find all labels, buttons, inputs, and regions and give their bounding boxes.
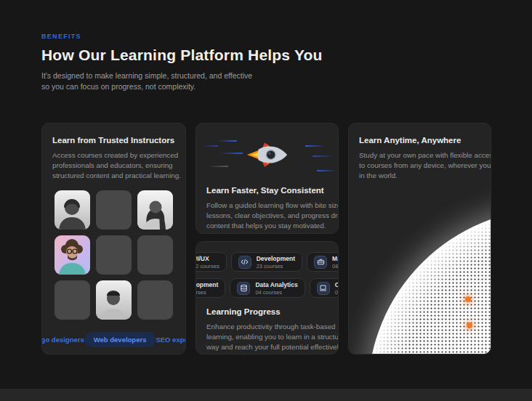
globe-location-marker bbox=[465, 296, 471, 302]
speed-line bbox=[218, 140, 237, 142]
card-description: Access courses created by experienced pr… bbox=[52, 150, 175, 181]
body-line: structured content and practical learnin… bbox=[52, 171, 175, 181]
code-icon bbox=[238, 256, 251, 269]
chip-count: 06 courses bbox=[196, 289, 218, 296]
rocket-illustration bbox=[196, 123, 338, 186]
tag-seo-experts[interactable]: SEO experts bbox=[156, 336, 186, 344]
tag-web-developers[interactable]: Web developers bbox=[84, 332, 156, 347]
body-line: professionals and educators, ensuring bbox=[52, 161, 175, 171]
chip-count: 12 courses bbox=[196, 263, 219, 270]
chip-cyber-security[interactable]: Cyber security 03 courses bbox=[310, 278, 339, 298]
page-subtitle: It's designed to make learning simple, s… bbox=[41, 70, 448, 92]
avatar-empty-tile bbox=[96, 235, 132, 275]
chip-label: UI/UX bbox=[196, 255, 219, 262]
dotted-globe-illustration bbox=[368, 208, 491, 355]
benefit-cards-row: Learn from Trusted Instructors Access co… bbox=[41, 123, 491, 355]
avatar-empty-tile bbox=[137, 235, 173, 275]
card-description: Study at your own pace with flexible acc… bbox=[359, 150, 480, 181]
card-description: Follow a guided learning flow with bite … bbox=[206, 200, 328, 231]
middle-cards-column: Learn Faster, Stay Consistent Follow a g… bbox=[196, 123, 339, 355]
chip-count: 08 courses bbox=[332, 263, 339, 270]
body-line: Enhance productivity through task-based bbox=[206, 322, 328, 332]
speed-line bbox=[305, 145, 326, 147]
speed-line bbox=[202, 145, 218, 147]
chip-label: Marketing bbox=[332, 255, 339, 262]
tag-logo-designers[interactable]: Logo designers bbox=[41, 336, 84, 344]
card-learn-anywhere: Learn Anytime, Anywhere Study at your ow… bbox=[348, 123, 491, 355]
eyebrow-label: BENEFITS bbox=[41, 33, 448, 40]
chip-label: Development bbox=[257, 255, 295, 262]
instructor-tags-row: Logo designers Web developers SEO expert… bbox=[41, 332, 186, 347]
card-title: Learning Progress bbox=[206, 307, 328, 316]
avatar-man-with-cap bbox=[55, 190, 90, 230]
instructor-avatar-grid bbox=[55, 190, 173, 320]
speed-line bbox=[317, 170, 336, 171]
body-line: to courses from any device, wherever you… bbox=[359, 161, 480, 171]
chip-marketing[interactable]: Marketing 08 courses bbox=[307, 252, 339, 272]
chip-count: 04 courses bbox=[255, 289, 297, 296]
rocket-icon bbox=[246, 140, 289, 169]
chip-count: 03 courses bbox=[335, 289, 339, 296]
footer-strip bbox=[0, 389, 532, 401]
avatar-empty-tile bbox=[55, 280, 90, 320]
globe-location-marker bbox=[467, 323, 472, 328]
speed-line bbox=[221, 153, 243, 154]
briefcase-icon bbox=[314, 256, 327, 269]
card-trusted-instructors: Learn from Trusted Instructors Access co… bbox=[41, 123, 186, 355]
chip-development[interactable]: Development 23 courses bbox=[231, 252, 302, 272]
avatar-empty-tile bbox=[96, 190, 132, 230]
card-learning-progress: UI/UX 12 courses Development 23 courses bbox=[196, 241, 339, 355]
card-title: Learn from Trusted Instructors bbox=[52, 136, 175, 145]
database-icon bbox=[237, 282, 250, 295]
card-title: Learn Anytime, Anywhere bbox=[359, 136, 480, 145]
chip-count: 23 courses bbox=[257, 263, 295, 270]
chip-label: Cyber security bbox=[335, 281, 339, 288]
laptop-icon bbox=[317, 282, 330, 295]
body-line: in the world. bbox=[359, 171, 480, 181]
card-title: Learn Faster, Stay Consistent bbox=[206, 186, 328, 195]
avatar-woman bbox=[137, 190, 173, 230]
avatar-curly-hair-man bbox=[55, 235, 90, 275]
body-line: way and reach your full potential effect… bbox=[206, 342, 328, 352]
subtitle-line: so you can focus on progress, not comple… bbox=[41, 81, 448, 92]
body-line: Follow a guided learning flow with bite … bbox=[206, 200, 328, 211]
body-line: Access courses created by experienced bbox=[52, 150, 175, 161]
card-description: Enhance productivity through task-based … bbox=[206, 322, 328, 352]
chip-development-2[interactable]: Development 06 courses bbox=[196, 278, 225, 298]
chip-uiux[interactable]: UI/UX 12 courses bbox=[196, 252, 227, 272]
category-chip-row: UI/UX 12 courses Development 23 courses bbox=[196, 252, 338, 272]
avatar-empty-tile bbox=[137, 280, 173, 320]
avatar-young-man bbox=[96, 280, 132, 320]
body-line: content that helps you stay motivated. bbox=[206, 221, 328, 231]
card-learn-faster: Learn Faster, Stay Consistent Follow a g… bbox=[196, 123, 339, 234]
page-title: How Our Learning Platform Helps You bbox=[41, 46, 448, 64]
chip-label: Data Analytics bbox=[255, 281, 297, 288]
speed-line bbox=[313, 155, 334, 157]
subtitle-line: It's designed to make learning simple, s… bbox=[41, 70, 448, 81]
body-line: learning, enabling you to learn in a str… bbox=[206, 332, 328, 342]
section-header: BENEFITS How Our Learning Platform Helps… bbox=[41, 33, 448, 92]
speed-line bbox=[208, 166, 228, 167]
body-line: Study at your own pace with flexible acc… bbox=[359, 150, 480, 161]
chip-data-analytics[interactable]: Data Analytics 04 courses bbox=[230, 278, 305, 298]
category-chip-row: Development 06 courses Data Analytics 04… bbox=[196, 278, 338, 298]
chip-label: Development bbox=[196, 281, 218, 288]
benefits-section: BENEFITS How Our Learning Platform Helps… bbox=[0, 0, 532, 401]
body-line: lessons, clear objectives, and progress … bbox=[206, 211, 328, 221]
